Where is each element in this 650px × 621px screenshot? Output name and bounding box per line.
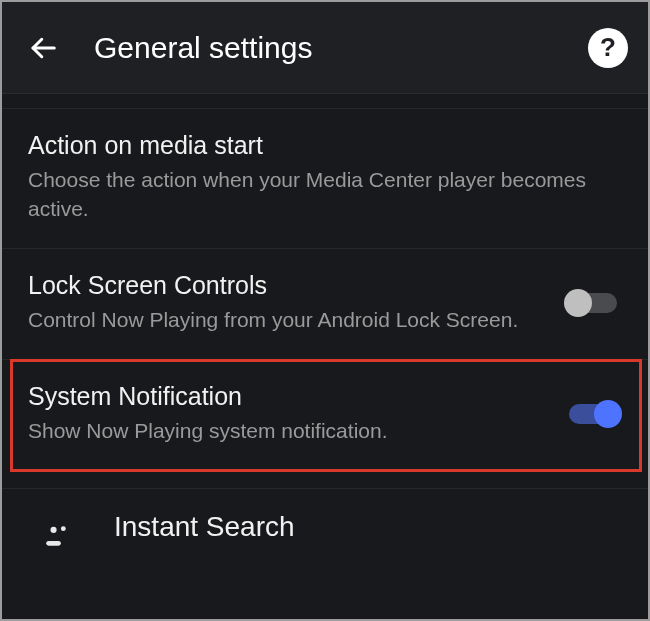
setting-desc: Control Now Playing from your Android Lo…: [28, 306, 552, 335]
help-button[interactable]: ?: [588, 28, 628, 68]
top-spacer: [2, 94, 648, 108]
setting-title: System Notification: [28, 382, 552, 411]
svg-point-3: [61, 526, 66, 531]
toggle-thumb: [564, 289, 592, 317]
setting-title: Instant Search: [114, 511, 295, 543]
setting-text: Action on media start Choose the action …: [28, 131, 622, 224]
setting-desc: Choose the action when your Media Center…: [28, 166, 610, 224]
gap-spacer: [2, 470, 648, 488]
toggle-system-notification[interactable]: [564, 400, 622, 428]
appbar: General settings ?: [2, 2, 648, 94]
setting-system-notification[interactable]: System Notification Show Now Playing sys…: [2, 359, 648, 470]
setting-text: Lock Screen Controls Control Now Playing…: [28, 271, 564, 335]
setting-instant-search[interactable]: Instant Search: [2, 488, 648, 547]
settings-list: Action on media start Choose the action …: [2, 108, 648, 547]
setting-action-on-media-start[interactable]: Action on media start Choose the action …: [2, 108, 648, 248]
setting-title: Lock Screen Controls: [28, 271, 552, 300]
back-button[interactable]: [22, 27, 64, 69]
arrow-left-icon: [28, 33, 58, 63]
toggle-thumb: [594, 400, 622, 428]
setting-text: System Notification Show Now Playing sys…: [28, 382, 564, 446]
page-title: General settings: [94, 31, 588, 65]
svg-point-1: [51, 527, 57, 533]
setting-desc: Show Now Playing system notification.: [28, 417, 552, 446]
setting-lock-screen-controls[interactable]: Lock Screen Controls Control Now Playing…: [2, 248, 648, 359]
instant-search-icon: [28, 507, 84, 547]
toggle-lock-screen-controls[interactable]: [564, 289, 622, 317]
help-icon: ?: [600, 32, 616, 63]
svg-rect-2: [46, 541, 61, 546]
setting-title: Action on media start: [28, 131, 610, 160]
